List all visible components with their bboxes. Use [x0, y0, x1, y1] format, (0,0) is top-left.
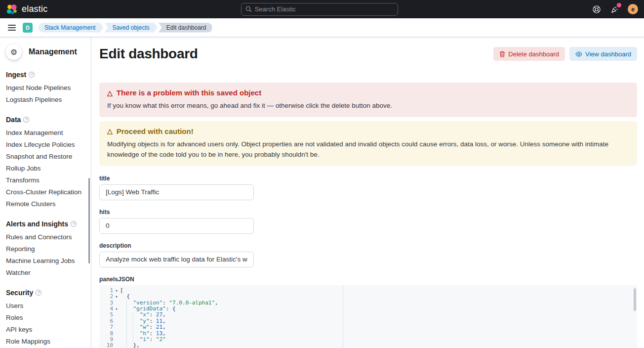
app-window: elastic [0, 0, 644, 348]
fold-arrow-icon[interactable]: ▾ [113, 306, 120, 312]
sidebar-item[interactable]: Cross-Cluster Replication [6, 188, 85, 196]
sidebar-item[interactable]: Logstash Pipelines [6, 96, 85, 103]
sidebar-section-heading: Ingest? [6, 71, 85, 79]
breadcrumb: Stack ManagementSaved objectsEdit dashbo… [39, 23, 213, 33]
sidebar-item[interactable]: Rules and Connectors [6, 233, 85, 241]
view-dashboard-label: View dashboard [585, 50, 631, 58]
brand-name: elastic [22, 4, 47, 14]
code-token: }, [133, 342, 139, 348]
indent-guide [126, 318, 133, 324]
fold-arrow-icon [113, 331, 120, 337]
sidebar-section-label: Data [6, 116, 21, 124]
indent-guide [126, 312, 133, 318]
indent-guide [133, 312, 139, 318]
code-token: : [150, 324, 156, 330]
field-label-hits: hits [99, 209, 637, 216]
field-input-hits[interactable] [99, 218, 254, 234]
line-number: 7 [99, 324, 113, 330]
panels-json-editor[interactable]: 1▾[2▾{3"version": "7.0.0-alpha1",4▾"grid… [99, 285, 637, 348]
indent-guide [120, 318, 126, 324]
error-callout-title: There is a problem with this saved objec… [117, 88, 261, 97]
warning-callout-title: Proceed with caution! [117, 127, 194, 135]
sidebar-item[interactable]: Remote Clusters [6, 200, 85, 208]
line-number: 10 [99, 343, 113, 348]
breadcrumb-item[interactable]: Stack Management [39, 23, 103, 33]
help-circle-icon: ? [29, 72, 35, 78]
sidebar-section-heading: Data? [6, 116, 85, 124]
trash-icon [499, 51, 505, 57]
code-token: , [162, 318, 166, 324]
user-avatar[interactable]: e [628, 4, 638, 14]
editor-scrollbar[interactable] [634, 288, 636, 311]
sidebar-item[interactable]: API keys [6, 326, 85, 333]
sidebar-item[interactable]: Roles [6, 314, 85, 321]
fold-arrow-icon[interactable]: ▾ [113, 288, 120, 294]
warning-callout: △ Proceed with caution! Modifying object… [99, 121, 637, 166]
error-callout-body: If you know what this error means, go ah… [107, 101, 629, 111]
elastic-brand[interactable]: elastic [6, 3, 47, 15]
sidebar-item[interactable]: Reporting [6, 245, 85, 253]
indent-guide [133, 324, 139, 330]
sidebar-item[interactable]: Machine Learning Jobs [6, 257, 85, 264]
saved-object-form: titlehitsdescription [99, 175, 637, 267]
fold-arrow-icon[interactable]: ▾ [113, 294, 120, 300]
sidebar-section-label: Security [6, 289, 33, 297]
code-token: "i" [140, 336, 150, 343]
sidebar-scrollbar[interactable] [88, 178, 90, 263]
indent-guide [126, 306, 133, 312]
sidebar-item[interactable]: Rollup Jobs [6, 165, 85, 172]
sidebar-item[interactable]: Role Mappings [6, 338, 85, 345]
code-token: : [150, 336, 156, 343]
notification-dot [617, 3, 621, 7]
sidebar-item[interactable]: Users [6, 302, 85, 309]
indent-guide [126, 324, 133, 330]
code-token: , [162, 311, 166, 318]
help-circle-icon: ? [23, 117, 29, 123]
sidebar-item[interactable]: Snapshot and Restore [6, 153, 85, 160]
sidebar-section: Ingest?Ingest Node PipelinesLogstash Pip… [6, 71, 85, 103]
delete-dashboard-button[interactable]: Delete dashboard [493, 47, 565, 61]
breadcrumb-item: Edit dashboard [159, 23, 212, 33]
code-token: 11 [156, 318, 162, 324]
sidebar-item[interactable]: Ingest Node Pipelines [6, 84, 85, 91]
code-text: [ [120, 288, 123, 294]
code-token: 21 [156, 324, 162, 330]
view-dashboard-button[interactable]: View dashboard [569, 47, 637, 61]
fold-arrow-icon [113, 312, 120, 318]
code-token: 27 [156, 311, 162, 318]
indent-guide [120, 300, 126, 306]
code-token: "w" [140, 324, 150, 330]
sidebar-section-heading: Security? [6, 289, 85, 297]
fold-arrow-icon [113, 300, 120, 306]
code-token: "gridData" [133, 305, 165, 312]
sidebar-section: Data?Index ManagementIndex Lifecycle Pol… [6, 116, 85, 208]
sidebar-item[interactable]: Index Management [6, 129, 85, 136]
code-line: 1▾[ [99, 288, 637, 294]
code-token: "2" [156, 336, 166, 343]
indent-guide [120, 337, 126, 343]
global-search[interactable] [241, 3, 398, 16]
code-line: 5"x": 27, [99, 312, 637, 318]
field-label-title: title [99, 175, 637, 182]
sidebar-section: Security?UsersRolesAPI keysRole Mappings [6, 289, 85, 345]
fold-arrow-icon [113, 324, 120, 330]
sidebar-item[interactable]: Index Lifecycle Policies [6, 141, 85, 148]
field-input-title[interactable] [99, 184, 254, 200]
help-icon[interactable] [591, 4, 602, 15]
panels-json-label: panelsJSON [99, 276, 637, 283]
code-token: : [150, 311, 156, 318]
print-margin-line [343, 285, 343, 348]
field-input-description[interactable] [99, 252, 254, 267]
breadcrumb-item[interactable]: Saved objects [104, 23, 157, 33]
space-badge[interactable]: D [23, 23, 33, 33]
indent-guide [120, 324, 126, 330]
code-token: , [162, 330, 166, 337]
search-input[interactable] [255, 5, 394, 13]
newsfeed-icon[interactable] [609, 4, 620, 15]
indent-guide [120, 331, 126, 337]
sidebar-item[interactable]: Transforms [6, 176, 85, 184]
menu-icon[interactable] [4, 20, 20, 36]
code-line: 7"w": 21, [99, 324, 637, 330]
sidebar-item[interactable]: Watcher [6, 269, 85, 276]
warning-callout-body: Modifying objects is for advanced users … [107, 139, 629, 160]
